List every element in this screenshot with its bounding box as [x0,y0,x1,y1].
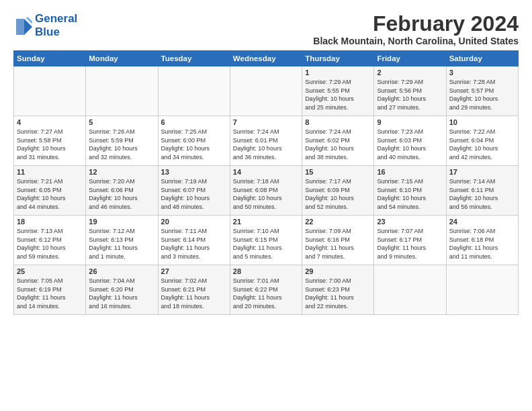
day-info: Sunrise: 7:06 AM Sunset: 6:18 PM Dayligh… [449,227,515,261]
day-info: Sunrise: 7:24 AM Sunset: 6:02 PM Dayligh… [305,128,371,161]
day-info: Sunrise: 7:22 AM Sunset: 6:04 PM Dayligh… [449,128,515,161]
day-number: 17 [449,168,515,176]
weekday-header-thursday: Thursday [302,51,374,66]
day-number: 8 [305,118,371,126]
calendar-cell: 9Sunrise: 7:23 AM Sunset: 6:03 PM Daylig… [374,116,446,166]
day-info: Sunrise: 7:21 AM Sunset: 6:05 PM Dayligh… [17,177,83,211]
calendar-cell [230,66,302,116]
day-number: 21 [233,218,299,226]
calendar-cell: 26Sunrise: 7:04 AM Sunset: 6:20 PM Dayli… [86,265,158,315]
day-number: 11 [17,168,83,176]
weekday-header-monday: Monday [86,51,158,66]
day-number: 6 [161,118,227,126]
calendar-cell [158,66,230,116]
day-number: 27 [161,267,227,275]
calendar-cell: 16Sunrise: 7:15 AM Sunset: 6:10 PM Dayli… [374,166,446,216]
day-info: Sunrise: 7:27 AM Sunset: 5:58 PM Dayligh… [17,128,83,161]
day-number: 10 [449,118,515,126]
day-info: Sunrise: 7:29 AM Sunset: 5:55 PM Dayligh… [305,78,371,111]
day-info: Sunrise: 7:11 AM Sunset: 6:14 PM Dayligh… [161,227,227,261]
calendar-cell [374,265,446,315]
logo-icon [13,16,32,35]
weekday-header-saturday: Saturday [446,51,518,66]
day-info: Sunrise: 7:07 AM Sunset: 6:17 PM Dayligh… [377,227,443,261]
calendar-cell: 18Sunrise: 7:13 AM Sunset: 6:12 PM Dayli… [14,216,86,265]
calendar-cell: 6Sunrise: 7:25 AM Sunset: 6:00 PM Daylig… [158,116,230,166]
calendar-cell: 24Sunrise: 7:06 AM Sunset: 6:18 PM Dayli… [446,216,518,265]
svg-marker-1 [16,19,24,35]
logo: General Blue [13,12,77,38]
day-number: 20 [161,218,227,226]
day-number: 29 [305,267,371,275]
calendar-cell: 1Sunrise: 7:29 AM Sunset: 5:55 PM Daylig… [302,66,374,116]
week-row-4: 18Sunrise: 7:13 AM Sunset: 6:12 PM Dayli… [14,216,519,265]
day-number: 1 [305,68,371,77]
calendar-cell: 21Sunrise: 7:10 AM Sunset: 6:15 PM Dayli… [230,216,302,265]
calendar-cell: 27Sunrise: 7:02 AM Sunset: 6:21 PM Dayli… [158,265,230,315]
logo-text: General Blue [35,12,77,38]
calendar-cell: 12Sunrise: 7:20 AM Sunset: 6:06 PM Dayli… [86,166,158,216]
day-number: 19 [89,218,154,226]
calendar-cell: 4Sunrise: 7:27 AM Sunset: 5:58 PM Daylig… [14,116,86,166]
day-info: Sunrise: 7:02 AM Sunset: 6:21 PM Dayligh… [161,277,227,310]
calendar-cell [14,66,86,116]
day-number: 7 [233,118,299,126]
calendar-cell: 8Sunrise: 7:24 AM Sunset: 6:02 PM Daylig… [302,116,374,166]
calendar-cell: 7Sunrise: 7:24 AM Sunset: 6:01 PM Daylig… [230,116,302,166]
day-info: Sunrise: 7:09 AM Sunset: 6:16 PM Dayligh… [305,227,371,261]
day-number: 28 [233,267,299,275]
day-number: 23 [377,218,443,226]
weekday-header-friday: Friday [374,51,446,66]
calendar-cell: 15Sunrise: 7:17 AM Sunset: 6:09 PM Dayli… [302,166,374,216]
calendar-cell: 10Sunrise: 7:22 AM Sunset: 6:04 PM Dayli… [446,116,518,166]
day-number: 9 [377,118,443,126]
day-info: Sunrise: 7:14 AM Sunset: 6:11 PM Dayligh… [449,177,515,211]
calendar-cell: 23Sunrise: 7:07 AM Sunset: 6:17 PM Dayli… [374,216,446,265]
week-row-1: 1Sunrise: 7:29 AM Sunset: 5:55 PM Daylig… [14,66,519,116]
day-info: Sunrise: 7:18 AM Sunset: 6:08 PM Dayligh… [233,177,299,211]
day-info: Sunrise: 7:28 AM Sunset: 5:57 PM Dayligh… [449,78,515,111]
day-number: 15 [305,168,371,176]
calendar-cell: 25Sunrise: 7:05 AM Sunset: 6:19 PM Dayli… [14,265,86,315]
day-info: Sunrise: 7:29 AM Sunset: 5:56 PM Dayligh… [377,78,443,111]
header: General Blue February 2024 Black Mountai… [13,12,519,46]
day-number: 2 [377,68,443,77]
calendar-cell: 2Sunrise: 7:29 AM Sunset: 5:56 PM Daylig… [374,66,446,116]
weekday-header-row: SundayMondayTuesdayWednesdayThursdayFrid… [14,51,519,66]
calendar-cell: 20Sunrise: 7:11 AM Sunset: 6:14 PM Dayli… [158,216,230,265]
calendar-cell: 22Sunrise: 7:09 AM Sunset: 6:16 PM Dayli… [302,216,374,265]
calendar-cell: 17Sunrise: 7:14 AM Sunset: 6:11 PM Dayli… [446,166,518,216]
calendar-cell: 11Sunrise: 7:21 AM Sunset: 6:05 PM Dayli… [14,166,86,216]
day-info: Sunrise: 7:05 AM Sunset: 6:19 PM Dayligh… [17,277,83,310]
day-info: Sunrise: 7:12 AM Sunset: 6:13 PM Dayligh… [89,227,154,261]
weekday-header-tuesday: Tuesday [158,51,230,66]
day-number: 18 [17,218,83,226]
day-info: Sunrise: 7:26 AM Sunset: 5:59 PM Dayligh… [89,128,154,161]
month-title: February 2024 [313,12,519,36]
day-number: 4 [17,118,83,126]
day-number: 5 [89,118,154,126]
day-number: 16 [377,168,443,176]
day-info: Sunrise: 7:20 AM Sunset: 6:06 PM Dayligh… [89,177,154,211]
day-info: Sunrise: 7:13 AM Sunset: 6:12 PM Dayligh… [17,227,83,261]
day-info: Sunrise: 7:25 AM Sunset: 6:00 PM Dayligh… [161,128,227,161]
day-number: 12 [89,168,154,176]
day-number: 13 [161,168,227,176]
day-info: Sunrise: 7:24 AM Sunset: 6:01 PM Dayligh… [233,128,299,161]
calendar-cell: 13Sunrise: 7:19 AM Sunset: 6:07 PM Dayli… [158,166,230,216]
calendar-cell [86,66,158,116]
calendar-cell: 3Sunrise: 7:28 AM Sunset: 5:57 PM Daylig… [446,66,518,116]
calendar-cell: 14Sunrise: 7:18 AM Sunset: 6:08 PM Dayli… [230,166,302,216]
day-number: 14 [233,168,299,176]
day-info: Sunrise: 7:04 AM Sunset: 6:20 PM Dayligh… [89,277,154,310]
day-number: 26 [89,267,154,275]
day-info: Sunrise: 7:00 AM Sunset: 6:23 PM Dayligh… [305,277,371,310]
calendar-cell: 19Sunrise: 7:12 AM Sunset: 6:13 PM Dayli… [86,216,158,265]
week-row-5: 25Sunrise: 7:05 AM Sunset: 6:19 PM Dayli… [14,265,519,315]
calendar-cell [446,265,518,315]
day-number: 25 [17,267,83,275]
day-info: Sunrise: 7:23 AM Sunset: 6:03 PM Dayligh… [377,128,443,161]
weekday-header-wednesday: Wednesday [230,51,302,66]
weekday-header-sunday: Sunday [14,51,86,66]
title-block: February 2024 Black Mountain, North Caro… [313,12,519,46]
